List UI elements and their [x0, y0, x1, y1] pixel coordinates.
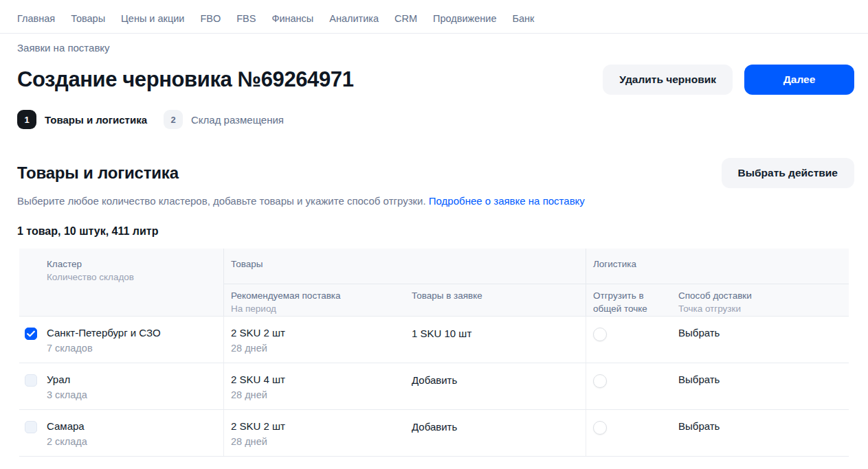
- column-group-goods: Товары: [223, 249, 586, 284]
- step-1-badge: 1: [17, 110, 36, 129]
- goods-in-request-cell: Добавить: [410, 410, 586, 456]
- cluster-cell: Самара 2 склада: [19, 410, 223, 456]
- step-placement-warehouse[interactable]: 2 Склад размещения: [164, 110, 284, 129]
- cluster-cell: Санкт-Петербург и СЗО 7 складов: [19, 317, 223, 363]
- stepper: 1 Товары и логистика 2 Склад размещения: [17, 110, 851, 129]
- goods-in-request-value[interactable]: 1 SKU 10 шт: [412, 328, 471, 339]
- choose-delivery-link[interactable]: Выбрать: [678, 374, 720, 385]
- cluster-name: Самара: [47, 419, 87, 434]
- nav-item-finance[interactable]: Финансы: [271, 13, 313, 24]
- table-row-ural: Урал 3 склада 2 SKU 4 шт 28 дней Добавит…: [19, 363, 849, 410]
- supply-request-info-link[interactable]: Подробнее о заявке на поставку: [429, 195, 585, 207]
- add-goods-link[interactable]: Добавить: [412, 374, 457, 386]
- section-header: Товары и логистика Выбрать действие: [17, 158, 854, 188]
- step-goods-logistics[interactable]: 1 Товары и логистика: [17, 110, 147, 129]
- nav-item-analytics[interactable]: Аналитика: [329, 13, 379, 24]
- section-description: Выберите любое количество кластеров, доб…: [17, 195, 426, 207]
- choose-delivery-link[interactable]: Выбрать: [678, 327, 720, 339]
- totals-summary: 1 товар, 10 штук, 411 литр: [17, 225, 851, 238]
- breadcrumb[interactable]: Заявки на поставку: [17, 42, 851, 54]
- page-title: Создание черновика №69264971: [17, 65, 353, 95]
- nav-item-bank[interactable]: Банк: [513, 13, 535, 24]
- choose-delivery-link[interactable]: Выбрать: [678, 420, 720, 432]
- table-header: Кластер Количество складов Товары Логист…: [19, 249, 849, 317]
- column-header-goods-in-request: Товары в заявке: [410, 284, 586, 316]
- cluster-cell: Урал 3 склада: [19, 363, 223, 409]
- warehouse-count: 3 склада: [47, 387, 87, 402]
- step-2-badge: 2: [164, 110, 183, 129]
- cluster-checkbox[interactable]: [25, 328, 37, 340]
- recommended-supply-cell: 2 SKU 2 шт 28 дней: [223, 317, 410, 363]
- ship-common-point-cell: [586, 317, 677, 363]
- table-row-spb: Санкт-Петербург и СЗО 7 складов 2 SKU 2 …: [19, 317, 849, 363]
- choose-action-button[interactable]: Выбрать действие: [722, 158, 854, 188]
- section-title: Товары и логистика: [17, 163, 179, 183]
- check-icon: [27, 330, 35, 337]
- column-header-recommended-supply: Рекомендуемая поставка На период: [223, 284, 410, 316]
- top-nav: Главная Товары Цены и акции FBO FBS Фина…: [0, 0, 868, 34]
- goods-in-request-cell: 1 SKU 10 шт: [410, 317, 586, 363]
- goods-in-request-cell: Добавить: [410, 363, 586, 409]
- section-description-line: Выберите любое количество кластеров, доб…: [17, 194, 851, 209]
- column-header-cluster: Кластер Количество складов: [19, 249, 223, 316]
- nav-item-crm[interactable]: CRM: [394, 13, 417, 24]
- table-row-samara: Самара 2 склада 2 SKU 2 шт 28 дней Добав…: [19, 410, 849, 457]
- nav-item-fbo[interactable]: FBO: [200, 13, 221, 24]
- nav-item-prices-promos[interactable]: Цены и акции: [121, 13, 184, 24]
- ship-common-point-cell: [586, 363, 677, 409]
- delivery-method-cell: Выбрать: [677, 317, 849, 363]
- nav-item-products[interactable]: Товары: [71, 13, 105, 24]
- nav-item-fbs[interactable]: FBS: [236, 13, 256, 24]
- cluster-checkbox[interactable]: [25, 374, 37, 387]
- delivery-method-cell: Выбрать: [677, 410, 849, 456]
- add-goods-link[interactable]: Добавить: [412, 421, 457, 433]
- column-group-logistics: Логистика: [586, 249, 849, 284]
- recommended-supply-cell: 2 SKU 4 шт 28 дней: [223, 363, 410, 409]
- warehouse-count: 2 склада: [47, 434, 87, 449]
- step-1-label: Товары и логистика: [45, 114, 147, 126]
- cluster-checkbox[interactable]: [25, 421, 37, 433]
- header-actions: Удалить черновик Далее: [603, 65, 854, 95]
- column-header-ship-common-point: Отгрузить в общей точке: [586, 284, 677, 316]
- recommended-supply-cell: 2 SKU 2 шт 28 дней: [223, 410, 410, 456]
- nav-item-promotion[interactable]: Продвижение: [433, 13, 496, 24]
- toggle-knob-icon: [593, 374, 607, 388]
- next-button[interactable]: Далее: [744, 65, 854, 95]
- nav-item-home[interactable]: Главная: [17, 13, 55, 24]
- delete-draft-button[interactable]: Удалить черновик: [603, 65, 733, 95]
- cluster-name: Санкт-Петербург и СЗО: [47, 325, 161, 341]
- toggle-knob-icon: [593, 421, 607, 435]
- column-header-delivery-method: Способ доставки Точка отгрузки: [677, 284, 849, 316]
- delivery-method-cell: Выбрать: [677, 363, 849, 409]
- ship-common-point-cell: [586, 410, 677, 456]
- warehouse-count: 7 складов: [47, 341, 161, 356]
- page-header: Создание черновика №69264971 Удалить чер…: [17, 65, 854, 95]
- toggle-knob-icon: [593, 328, 607, 341]
- cluster-name: Урал: [47, 372, 87, 387]
- clusters-table: Кластер Количество складов Товары Логист…: [19, 249, 849, 457]
- step-2-label: Склад размещения: [191, 114, 284, 126]
